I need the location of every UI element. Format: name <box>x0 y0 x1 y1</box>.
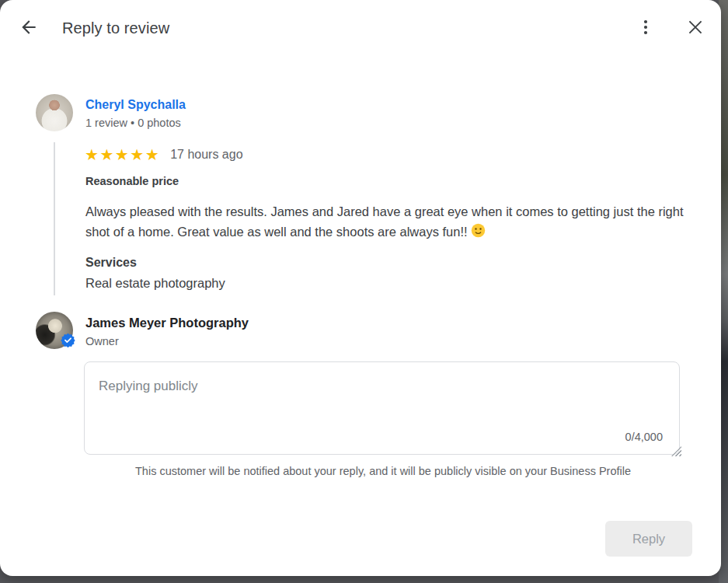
smiley-emoji <box>471 223 486 243</box>
verified-badge-icon <box>61 333 75 347</box>
review-timestamp: 17 hours ago <box>170 148 242 162</box>
rating-row: ★★★★★ 17 hours ago <box>85 145 243 164</box>
more-options-button[interactable] <box>633 16 658 40</box>
reply-notice-text: This customer will be notified about you… <box>84 465 682 477</box>
reply-submit-button[interactable]: Reply <box>605 521 692 557</box>
review-body-text: Always pleased with the results. James a… <box>85 204 684 239</box>
reply-to-review-dialog: Reply to review Cheryl Spychalla 1 revie… <box>0 0 721 576</box>
reviewer-name-link[interactable]: Cheryl Spychalla <box>85 98 186 112</box>
review-thread-line <box>54 142 55 295</box>
review-title: Reasonable price <box>85 175 179 187</box>
star-rating-icons: ★★★★★ <box>85 145 160 164</box>
dialog-header: Reply to review <box>0 0 721 56</box>
reply-input-container: 0/4,000 <box>84 361 680 455</box>
services-value: Real estate photography <box>85 276 225 291</box>
page-title: Reply to review <box>62 18 169 38</box>
reviewer-meta: 1 review • 0 photos <box>85 117 181 129</box>
owner-name: James Meyer Photography <box>85 316 249 330</box>
close-button[interactable] <box>683 16 708 40</box>
owner-role: Owner <box>85 335 119 347</box>
reviewer-avatar[interactable] <box>36 94 73 131</box>
services-label: Services <box>85 256 137 270</box>
kebab-menu-icon <box>636 18 655 39</box>
back-arrow-icon <box>19 17 39 40</box>
back-button[interactable] <box>16 16 41 40</box>
close-icon <box>685 17 705 40</box>
reply-textarea[interactable] <box>85 362 679 454</box>
review-body: Always pleased with the results. James a… <box>85 201 701 243</box>
